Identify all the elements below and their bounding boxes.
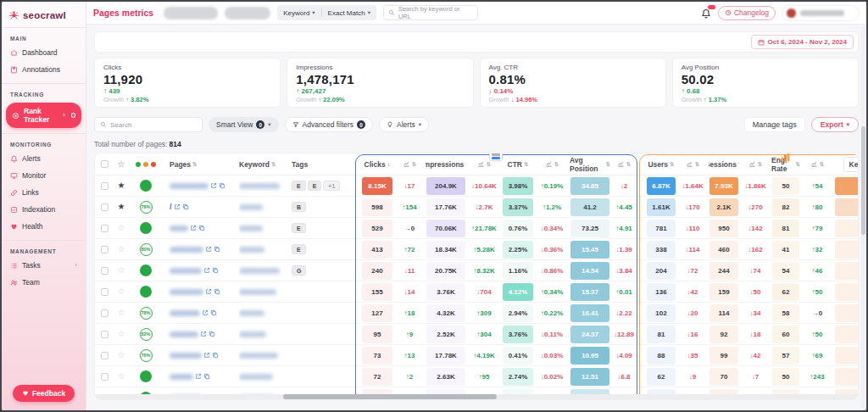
row-checkbox[interactable] [101, 309, 108, 317]
table-row[interactable]: ☆76%73↑1317.78K↑4.19K0.41%↓0.03%10.95↓4.… [95, 345, 858, 366]
notifications-button[interactable] [701, 7, 712, 19]
sort-icon[interactable]: ⇅ [192, 161, 197, 168]
column-header-clicks[interactable]: Clicks [364, 160, 386, 169]
alerts-dropdown[interactable]: Alerts ▾ [379, 117, 429, 132]
column-header-pages[interactable]: Pages [170, 160, 191, 169]
copy-icon[interactable] [182, 203, 189, 210]
sort-icon[interactable]: ⇅ [271, 161, 275, 168]
tag-chip[interactable]: +1 [323, 181, 340, 191]
external-link-icon[interactable] [190, 225, 197, 231]
row-checkbox[interactable] [101, 225, 108, 232]
scrollbar-thumb[interactable] [861, 126, 865, 235]
star-toggle[interactable]: ★ [118, 181, 125, 190]
date-range-picker[interactable]: Oct 6, 2024 - Nov 2, 2024 [751, 35, 854, 49]
sort-icon[interactable]: ⇅ [554, 161, 559, 168]
topbar-search-input[interactable]: Search by keyword or URL [383, 5, 478, 20]
sidebar-item-tasks[interactable]: Tasks› [2, 257, 86, 274]
tag-chip[interactable]: E [292, 181, 306, 191]
table-row[interactable]: ☆155↓143.76K↓7044.12%↑0.34%15.37↑0.01136… [95, 281, 858, 303]
smart-view-dropdown[interactable]: Smart View 0 ▾ [209, 117, 279, 132]
row-checkbox[interactable] [101, 352, 108, 359]
feedback-button[interactable]: Feedback [13, 385, 75, 402]
logo[interactable]: seocrawl [2, 2, 86, 28]
sidebar-item-links[interactable]: Links [2, 184, 86, 201]
chart-icon[interactable] [403, 160, 410, 168]
changelog-button[interactable]: Changelog [718, 6, 776, 20]
column-header-avg-position[interactable]: Avg Position [570, 156, 604, 173]
star-toggle[interactable]: ☆ [118, 287, 125, 296]
table-row[interactable]: ★78%/B598↑15417.76K↓2.7K3.37%↑1.2%41.2↑4… [95, 197, 858, 218]
chart-icon[interactable] [545, 160, 553, 168]
column-header-ctr[interactable]: CTR [508, 160, 522, 169]
table-row[interactable]: ☆78%127↑184.32K↑3092.94%↑0.22%16.41↓2.22… [95, 303, 858, 324]
page-url-blurred[interactable] [170, 353, 202, 359]
page-url-blurred[interactable] [170, 331, 198, 337]
external-link-icon[interactable] [205, 288, 212, 295]
row-checkbox[interactable] [101, 373, 108, 381]
tag-chip[interactable]: E [292, 223, 306, 233]
external-link-icon[interactable] [174, 203, 181, 210]
column-header-tags[interactable]: Tags [292, 160, 308, 169]
copy-icon[interactable] [219, 182, 225, 189]
sidebar-item-rank-tracker[interactable]: Rank Tracker› [6, 103, 81, 128]
sort-icon[interactable]: ⇅ [412, 161, 416, 168]
sort-icon[interactable]: ⇅ [524, 161, 528, 168]
external-link-icon[interactable] [210, 182, 217, 189]
sidebar-item-alerts[interactable]: Alerts [2, 150, 86, 167]
sidebar-item-health[interactable]: Health [2, 218, 86, 235]
chart-icon[interactable] [617, 160, 625, 168]
copy-icon[interactable] [209, 331, 215, 337]
sidebar-item-annotations[interactable]: Annotations [2, 61, 86, 78]
advanced-filters-button[interactable]: Advanced filters 0 [285, 117, 373, 132]
page-url-blurred[interactable] [170, 289, 203, 295]
external-link-icon[interactable] [200, 331, 207, 337]
column-header-keyword[interactable]: Keyword [239, 160, 270, 169]
chart-icon[interactable] [810, 160, 818, 168]
page-url-blurred[interactable] [170, 225, 188, 231]
page-url-blurred[interactable] [170, 183, 209, 189]
table-row[interactable]: ★EE+18.15K↓17204.9K↓10.64K3.98%↑0.19%34.… [95, 175, 858, 197]
column-header-sessions[interactable]: Sessions [709, 160, 737, 169]
row-checkbox[interactable] [101, 182, 108, 190]
star-toggle[interactable]: ☆ [118, 330, 125, 338]
star-toggle[interactable]: ☆ [118, 224, 125, 232]
sort-desc-icon[interactable]: ↓ [387, 160, 391, 168]
table-search-input[interactable]: Search [94, 117, 203, 132]
blurred-control[interactable] [225, 7, 270, 19]
chart-icon[interactable] [477, 160, 485, 168]
sidebar-item-monitor[interactable]: Monitor [2, 167, 86, 184]
sidebar-item-indexation[interactable]: Indexation [2, 201, 86, 218]
match-dropdown[interactable]: Exact Match▾ [322, 9, 376, 17]
tag-chip[interactable]: E [308, 181, 322, 191]
chart-icon[interactable] [748, 160, 756, 168]
sort-icon[interactable]: ⇅ [670, 161, 674, 168]
star-toggle[interactable]: ☆ [118, 266, 125, 275]
blurred-control[interactable] [164, 7, 218, 19]
star-toggle[interactable]: ★ [118, 203, 125, 211]
column-header-impressions[interactable]: Impressions [426, 160, 464, 169]
sidebar-item-team[interactable]: Team [2, 274, 86, 291]
star-toggle[interactable]: ☆ [118, 351, 125, 359]
column-header-users[interactable]: Users [648, 160, 668, 169]
copy-icon[interactable] [203, 373, 210, 380]
copy-icon[interactable] [198, 225, 205, 231]
external-link-icon[interactable] [195, 373, 202, 380]
copy-icon[interactable] [214, 288, 220, 295]
table-row[interactable]: ☆G240↓1120.75K↑8.32K1.16%↓0.86%14.54↓3.8… [95, 260, 858, 281]
copy-icon[interactable] [212, 267, 219, 274]
page-url-blurred[interactable] [170, 310, 200, 316]
star-toggle[interactable]: ☆ [118, 309, 125, 317]
star-column-header[interactable]: ☆ [118, 160, 125, 169]
column-header-cutoff[interactable]: Ke [843, 157, 859, 172]
sidebar-item-dashboard[interactable]: Dashboard [2, 44, 86, 61]
sort-icon[interactable]: ⇅ [758, 161, 762, 168]
chart-icon[interactable] [686, 160, 693, 168]
tag-chip[interactable]: E [292, 244, 306, 254]
row-checkbox[interactable] [101, 246, 108, 253]
tag-chip[interactable]: B [292, 202, 306, 212]
table-row[interactable]: ☆72↑22.63K↑952.74%↓0.02%12.51↓6.862↓970↓… [95, 366, 858, 387]
sort-icon[interactable]: ⇅ [820, 161, 824, 168]
table-row[interactable]: ☆80%E413↑7218.34K↑5.28K2.25%↓0.36%15.45↓… [95, 239, 858, 260]
row-checkbox[interactable] [101, 331, 108, 338]
page-url-blurred[interactable] [170, 374, 193, 380]
